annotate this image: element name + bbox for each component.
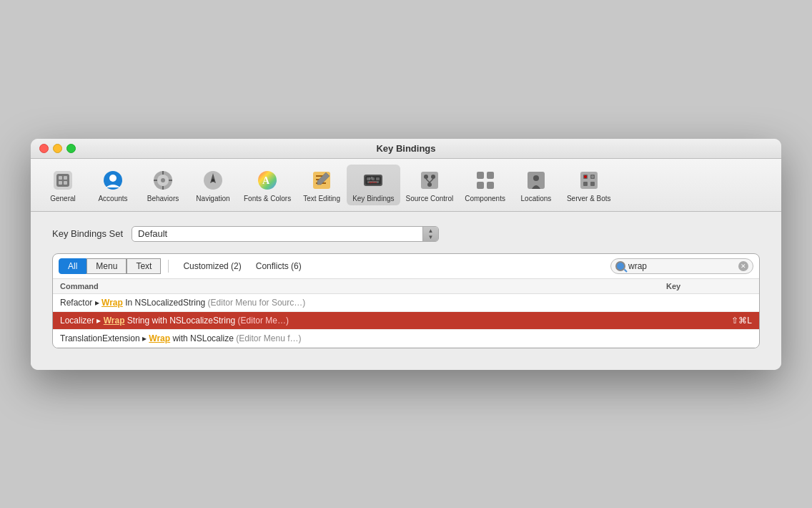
svg-rect-43 [580,172,598,189]
navigation-icon [200,167,226,193]
toolbar-label-navigation: Navigation [196,195,229,202]
toolbar-label-accounts: Accounts [98,195,127,202]
row2-highlight: Wrap [104,316,125,326]
minimize-button[interactable] [53,144,62,153]
filter-btn-all[interactable]: All [59,258,86,274]
toolbar-label-text-editing: Text Editing [303,195,340,202]
maximize-button[interactable] [66,144,76,153]
toolbar-item-general[interactable]: General [38,165,88,205]
toolbar-item-text-editing[interactable]: Text Editing [297,165,347,205]
filter-btn-menu[interactable]: Menu [86,258,127,274]
row2-suffix: String with NSLocalizeString [125,316,238,326]
toolbar-item-server-bots[interactable]: Server & Bots [561,165,617,205]
svg-point-10 [161,178,165,182]
svg-rect-1 [56,174,69,187]
table-row[interactable]: TranslationExtension ▸ Wrap with NSLocal… [53,330,759,348]
toolbar: General Accounts [31,159,781,212]
filter-separator [168,260,169,273]
behaviors-icon [150,167,176,193]
svg-rect-40 [487,182,494,189]
search-input[interactable] [628,261,736,271]
svg-rect-5 [64,181,67,185]
toolbar-label-general: General [50,195,76,202]
svg-rect-4 [59,181,62,185]
table-row[interactable]: Localizer ▸ Wrap String with NSLocalizeS… [53,312,759,330]
row3-highlight: Wrap [149,333,170,343]
search-wrapper[interactable]: ✕ [610,258,753,274]
content-area: Key Bindings Set Default ▲ ▼ All Menu Te… [31,212,781,370]
toolbar-label-components: Components [465,195,505,202]
toolbar-item-fonts-colors[interactable]: A Fonts & Colors [238,165,297,205]
toolbar-item-behaviors[interactable]: Behaviors [138,165,188,205]
row2-context: (Editor Me…) [238,316,289,326]
filter-bar: All Menu Text Customized (2) Conflicts (… [52,253,760,348]
filter-conflicts[interactable]: Conflicts (6) [249,259,309,273]
keybindings-set-arrows[interactable]: ▲ ▼ [422,226,438,242]
svg-point-49 [591,175,594,178]
keybindings-set-label: Key Bindings Set [52,228,123,239]
toolbar-item-locations[interactable]: Locations [511,165,561,205]
svg-rect-37 [477,172,484,179]
toolbar-label-key-bindings: Key Bindings [352,195,394,202]
table-header: Command Key [53,279,759,294]
filter-customized[interactable]: Customized (2) [176,259,248,273]
table-header-command: Command [60,282,666,290]
server-bots-icon [576,167,602,193]
toolbar-item-components[interactable]: Components [459,165,511,205]
keybindings-set-value: Default [132,226,422,242]
row2-key: ⇧⌘L [666,316,752,326]
toolbar-label-locations: Locations [521,195,552,202]
svg-point-16 [212,179,214,182]
text-editing-icon [309,167,335,193]
svg-point-32 [424,175,428,179]
toolbar-item-accounts[interactable]: Accounts [88,165,138,205]
row3-command: TranslationExtension ▸ Wrap with NSLocal… [60,333,666,343]
filter-tabs: All Menu Text Customized (2) Conflicts (… [53,254,759,279]
toolbar-item-source-control[interactable]: Source Control [400,165,460,205]
row3-prefix: TranslationExtension ▸ [60,333,149,343]
traffic-lights [39,144,76,153]
toolbar-item-navigation[interactable]: Navigation [188,165,238,205]
table-row[interactable]: Refactor ▸ Wrap In NSLocalizedString (Ed… [53,294,759,312]
components-icon [472,167,498,193]
keybindings-table: Command Key Refactor ▸ Wrap In NSLocaliz… [53,279,759,348]
row3-context: (Editor Menu f…) [236,333,301,343]
key-bindings-icon: off option [360,167,386,193]
toolbar-label-source-control: Source Control [406,195,454,202]
row1-command: Refactor ▸ Wrap In NSLocalizedString (Ed… [60,298,666,308]
toolbar-label-behaviors: Behaviors [147,195,179,202]
search-icon [615,261,625,271]
row2-command: Localizer ▸ Wrap String with NSLocalizeS… [60,316,666,326]
keybindings-set-select[interactable]: Default ▲ ▼ [132,226,439,242]
close-button[interactable] [39,144,49,153]
toolbar-label-server-bots: Server & Bots [567,195,611,202]
row1-suffix: In NSLocalizedString [123,298,208,308]
filter-btn-text[interactable]: Text [127,258,161,274]
accounts-icon [100,167,126,193]
svg-rect-39 [477,182,484,189]
toolbar-label-fonts-colors: Fonts & Colors [244,195,291,202]
svg-point-7 [109,175,117,182]
row3-suffix: with NSLocalize [170,333,236,343]
window-title: Key Bindings [376,143,435,154]
fonts-colors-icon: A [254,167,280,193]
svg-text:option: option [369,180,377,184]
row1-highlight: Wrap [102,298,123,308]
keybindings-set-row: Key Bindings Set Default ▲ ▼ [52,226,760,242]
source-control-icon [417,167,442,193]
svg-point-48 [584,175,587,178]
table-header-key: Key [666,282,752,290]
row2-prefix: Localizer ▸ [60,316,104,326]
svg-point-33 [431,175,435,179]
locations-icon [523,167,549,193]
svg-rect-38 [487,172,494,179]
svg-rect-47 [590,182,595,186]
row1-context: (Editor Menu for Sourc…) [208,298,306,308]
search-clear-button[interactable]: ✕ [738,261,748,271]
svg-rect-3 [64,176,67,180]
titlebar: Key Bindings [31,139,781,159]
svg-text:A: A [262,175,270,186]
svg-point-34 [427,182,432,187]
toolbar-item-key-bindings[interactable]: off option Key Bindings [347,165,400,205]
svg-rect-46 [583,182,588,186]
